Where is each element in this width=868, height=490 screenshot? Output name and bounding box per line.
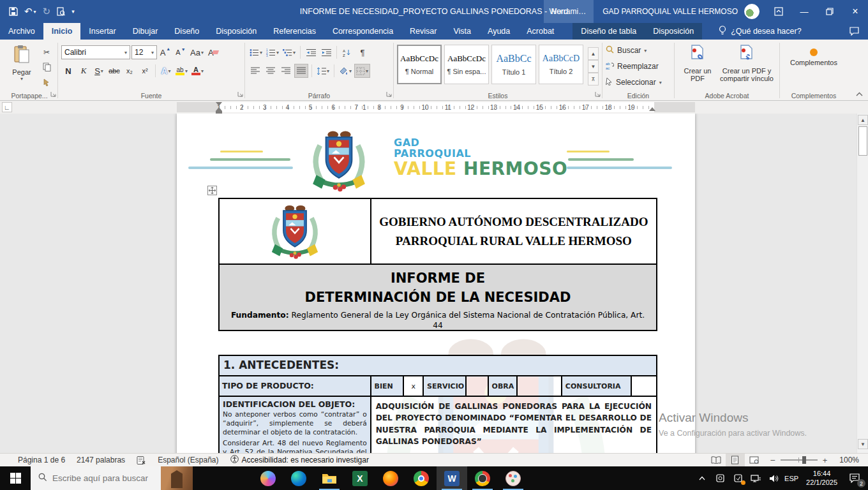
find-button[interactable]: Buscar ▾ <box>606 44 671 57</box>
clipboard-dialog-launcher[interactable] <box>50 90 56 99</box>
print-layout-button[interactable] <box>726 454 745 466</box>
strikethrough-button[interactable]: abc <box>107 64 121 78</box>
customize-qat-button[interactable]: ▾ <box>71 8 75 15</box>
style-normal[interactable]: AaBbCcDc ¶ Normal <box>397 45 442 84</box>
change-case-button[interactable]: Aa▾ <box>189 45 205 59</box>
tray-show-hidden-icons[interactable] <box>694 466 710 490</box>
align-left-button[interactable] <box>248 64 262 78</box>
zoom-level[interactable]: 100% <box>834 456 868 464</box>
style-sin-espaciado[interactable]: AaBbCcDc ¶ Sin espa... <box>444 45 489 84</box>
print-preview-button[interactable] <box>57 7 65 16</box>
objeto-value-cell[interactable]: ADQUISICIÓN DE GALLINAS PONEDORAS PARA L… <box>371 397 656 453</box>
coat-of-arms-image[interactable] <box>255 202 334 261</box>
bien-header-cell[interactable]: BIEN <box>371 376 405 397</box>
taskbar-chrome-profile-icon[interactable] <box>467 466 498 490</box>
italic-button[interactable]: K <box>77 64 91 78</box>
tab-stop-selector[interactable]: ∟ <box>2 102 12 112</box>
tab-acrobat[interactable]: Acrobat <box>518 23 562 40</box>
document-page[interactable]: GAD PARROQUIAL VALLE HERMOSO GOBIERNO AU… <box>177 114 695 453</box>
action-center-icon[interactable]: 2 <box>844 466 865 490</box>
search-highlight-image[interactable] <box>161 466 193 490</box>
text-highlight-button[interactable]: ab▾ <box>174 64 189 78</box>
tell-me-box[interactable]: ¿Qué desea hacer? <box>711 23 809 40</box>
org-name-cell[interactable]: GOBIERNO AUTÓNOMO DESCENTRALIZADO PARROQ… <box>371 199 656 265</box>
tab-dibujar[interactable]: Dibujar <box>124 23 167 40</box>
taskbar-paint-icon[interactable] <box>498 466 528 490</box>
cut-button[interactable]: ✂ <box>39 46 54 59</box>
styles-scroll-up-button[interactable]: ▲ <box>588 47 599 60</box>
tab-insertar[interactable]: Insertar <box>80 23 124 40</box>
superscript-button[interactable]: x² <box>138 64 152 78</box>
sort-button[interactable]: AZ <box>340 45 354 59</box>
shrink-font-button[interactable]: A▼ <box>174 45 188 59</box>
right-indent-marker[interactable] <box>649 107 655 111</box>
taskbar-file-explorer-icon[interactable] <box>314 466 345 490</box>
taskbar-word-icon[interactable]: W <box>437 466 467 490</box>
start-button[interactable] <box>0 466 31 490</box>
shading-button[interactable]: ▾ <box>338 64 353 78</box>
antecedentes-table[interactable]: 1. ANTECEDENTES: TIPO DE PRODUCTO: BIEN … <box>218 355 657 453</box>
scroll-up-arrow[interactable]: ▲ <box>858 115 868 125</box>
consultoria-mark-cell[interactable] <box>632 376 656 397</box>
tab-archivo[interactable]: Archivo <box>0 23 43 40</box>
styles-dialog-launcher[interactable] <box>595 90 601 99</box>
tipo-producto-label-cell[interactable]: TIPO DE PRODUCTO: <box>220 376 371 397</box>
tray-update-icon[interactable] <box>730 466 746 490</box>
servicio-header-cell[interactable]: SERVICIO <box>424 376 467 397</box>
create-pdf-share-button[interactable]: Crear un PDF y compartir vínculo <box>717 42 776 91</box>
web-layout-button[interactable] <box>745 454 764 466</box>
tab-disposicion[interactable]: Disposición <box>207 23 265 40</box>
consultoria-header-cell[interactable]: CONSULTORIA <box>562 376 632 397</box>
replace-button[interactable]: abac Reemplazar <box>606 60 671 73</box>
repeat-button[interactable]: ↻ <box>43 6 51 17</box>
page-indicator[interactable]: Página 1 de 6 <box>0 456 71 464</box>
underline-button[interactable]: S▾ <box>92 64 106 78</box>
scrollbar-thumb[interactable] <box>858 126 867 156</box>
tab-diseno[interactable]: Diseño <box>166 23 207 40</box>
restore-button[interactable] <box>817 0 842 23</box>
zoom-slider[interactable] <box>781 459 818 461</box>
account-name[interactable]: GAD PARROQUIAL VALLE HERMOSO <box>602 7 738 16</box>
accessibility-status[interactable]: Accesibilidad: es necesario investigar <box>225 455 375 465</box>
read-mode-button[interactable] <box>707 454 726 466</box>
tab-vista[interactable]: Vista <box>445 23 479 40</box>
tray-snip-icon[interactable] <box>712 466 728 490</box>
clock[interactable]: 16:44 22/1/2025 <box>801 470 842 487</box>
create-pdf-button[interactable]: Crear un PDF <box>678 42 717 91</box>
taskbar-search[interactable] <box>31 466 193 490</box>
tab-disposicion-tabla[interactable]: Disposición <box>645 23 702 40</box>
avatar[interactable] <box>744 4 760 19</box>
font-family-combobox[interactable]: Calibri▾ <box>61 45 130 59</box>
styles-more-button[interactable]: ⊼ <box>588 73 599 85</box>
show-paragraph-marks-button[interactable]: ¶ <box>355 45 370 59</box>
clear-formatting-button[interactable]: A <box>206 45 220 59</box>
align-center-button[interactable] <box>264 64 278 78</box>
antecedentes-heading-cell[interactable]: 1. ANTECEDENTES: <box>220 356 656 376</box>
table-move-handle[interactable] <box>207 186 217 195</box>
select-button[interactable]: Seleccionar ▾ <box>606 76 671 89</box>
scroll-down-arrow[interactable]: ▼ <box>858 439 868 449</box>
borders-button[interactable]: ▾ <box>354 64 370 78</box>
multilevel-list-button[interactable]: ▾ <box>281 45 297 59</box>
copy-button[interactable] <box>39 61 54 73</box>
search-input[interactable] <box>52 473 148 483</box>
proofing-status-icon[interactable] <box>131 456 152 464</box>
decrease-indent-button[interactable] <box>304 45 318 59</box>
tray-network-icon[interactable] <box>747 466 764 490</box>
word-count[interactable]: 2147 palabras <box>71 456 131 464</box>
text-effects-button[interactable]: A▾ <box>159 64 173 78</box>
tab-ayuda[interactable]: Ayuda <box>479 23 518 40</box>
save-icon[interactable] <box>9 7 18 16</box>
tab-inicio[interactable]: Inicio <box>43 23 81 40</box>
minimize-button[interactable]: — <box>791 0 817 23</box>
increase-indent-button[interactable] <box>319 45 333 59</box>
bold-button[interactable]: N <box>61 64 75 78</box>
obra-header-cell[interactable]: OBRA <box>489 376 518 397</box>
addins-button[interactable]: Complementos <box>783 42 844 91</box>
tab-revisar[interactable]: Revisar <box>401 23 445 40</box>
taskbar-chrome-icon[interactable] <box>406 466 437 490</box>
close-button[interactable]: × <box>842 0 868 23</box>
language-indicator[interactable]: Español (España) <box>152 456 224 464</box>
paragraph-dialog-launcher[interactable] <box>386 90 392 99</box>
taskbar-edge-icon[interactable] <box>283 466 314 490</box>
